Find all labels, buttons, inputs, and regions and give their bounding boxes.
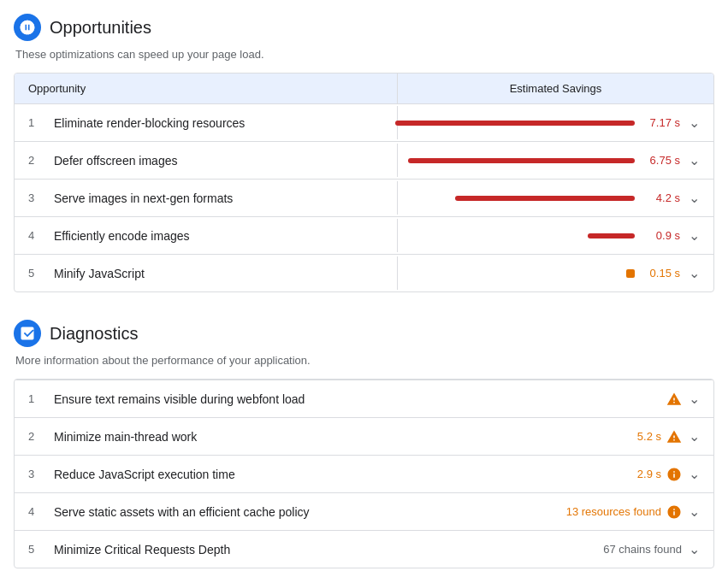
diag-row-3-number: 3 — [28, 468, 40, 480]
opportunities-title: Opportunities — [50, 18, 151, 38]
row-2-label: Defer offscreen images — [54, 154, 177, 168]
row-3-left: 3 Serve images in next-gen formats — [15, 183, 397, 214]
diag-row-4[interactable]: 4 Serve static assets with an efficient … — [15, 492, 713, 530]
row-1-value: 7.17 s — [642, 116, 680, 129]
row-3-chevron[interactable]: ⌄ — [689, 190, 700, 206]
col-estimated-savings: Estimated Savings — [397, 74, 713, 103]
diag-row-2[interactable]: 2 Minimize main-thread work 5.2 s ⌄ — [15, 417, 713, 455]
diag-row-1-right: ⌄ — [577, 382, 713, 415]
opportunities-subtitle: These optimizations can speed up your pa… — [14, 48, 714, 61]
row-5-label: Minify JavaScript — [54, 267, 145, 280]
opportunities-header: Opportunities — [14, 14, 714, 41]
row-5-bar-container — [411, 269, 635, 278]
diag-row-5[interactable]: 5 Minimize Critical Requests Depth 67 ch… — [15, 530, 713, 568]
diagnostics-icon — [14, 320, 41, 347]
row-3-bar — [455, 196, 635, 201]
diag-row-5-chevron[interactable]: ⌄ — [689, 541, 700, 557]
diag-row-3-right: 2.9 s ⌄ — [577, 457, 713, 491]
opportunity-row-4[interactable]: 4 Efficiently encode images 0.9 s ⌄ — [15, 216, 713, 254]
diag-row-1-chevron[interactable]: ⌄ — [689, 391, 700, 407]
row-3-number: 3 — [28, 191, 40, 204]
diag-row-1-number: 1 — [28, 392, 40, 405]
row-2-left: 2 Defer offscreen images — [15, 145, 397, 176]
row-4-label: Efficiently encode images — [54, 229, 190, 243]
row-4-right: 0.9 s ⌄ — [397, 219, 713, 252]
diag-row-3-value: 2.9 s — [637, 468, 661, 480]
diag-row-1-label: Ensure text remains visible during webfo… — [54, 392, 305, 406]
diag-row-4-value: 13 resources found — [566, 505, 661, 518]
diag-row-3[interactable]: 3 Reduce JavaScript execution time 2.9 s… — [15, 455, 713, 492]
opportunities-table: Opportunity Estimated Savings 1 Eliminat… — [14, 73, 714, 292]
diag-row-4-chevron[interactable]: ⌄ — [689, 503, 700, 520]
row-4-chevron[interactable]: ⌄ — [689, 227, 700, 244]
diag-row-2-chevron[interactable]: ⌄ — [689, 428, 700, 445]
diag-row-2-value: 5.2 s — [637, 430, 661, 443]
opportunities-table-header: Opportunity Estimated Savings — [15, 74, 713, 103]
col-opportunity: Opportunity — [15, 74, 397, 103]
diagnostics-table: 1 Ensure text remains visible during web… — [14, 379, 714, 568]
row-4-value: 0.9 s — [642, 229, 680, 242]
row-3-value: 4.2 s — [642, 191, 680, 204]
row-5-chevron[interactable]: ⌄ — [689, 265, 700, 281]
row-2-right: 6.75 s ⌄ — [397, 144, 713, 177]
diag-row-5-label: Minimize Critical Requests Depth — [54, 543, 230, 556]
opportunity-row-2[interactable]: 2 Defer offscreen images 6.75 s ⌄ — [15, 141, 713, 179]
row-1-chevron[interactable]: ⌄ — [689, 115, 700, 131]
diag-row-4-left: 4 Serve static assets with an efficient … — [15, 497, 553, 527]
diag-row-2-number: 2 — [28, 430, 40, 443]
warning-icon-1 — [666, 392, 682, 407]
opportunity-row-3[interactable]: 3 Serve images in next-gen formats 4.2 s… — [15, 179, 713, 216]
diagnostics-subtitle: More information about the performance o… — [14, 354, 714, 367]
opportunities-icon — [14, 14, 41, 41]
diag-row-5-value: 67 chains found — [603, 543, 682, 556]
row-4-bar-container — [411, 233, 635, 238]
row-1-bar — [395, 121, 635, 126]
diag-row-5-right: 67 chains found ⌄ — [577, 533, 713, 566]
info-icon-4 — [666, 504, 682, 520]
diag-row-3-label: Reduce JavaScript execution time — [54, 468, 235, 481]
diag-row-4-number: 4 — [28, 505, 40, 518]
row-5-left: 5 Minify JavaScript — [15, 258, 397, 289]
row-1-right: 7.17 s ⌄ — [397, 106, 713, 139]
row-2-bar-container — [408, 158, 635, 163]
row-2-number: 2 — [28, 154, 40, 167]
row-4-number: 4 — [28, 229, 40, 242]
row-4-left: 4 Efficiently encode images — [15, 221, 397, 251]
diag-row-3-left: 3 Reduce JavaScript execution time — [15, 459, 577, 490]
opportunity-row-1[interactable]: 1 Eliminate render-blocking resources 7.… — [15, 103, 713, 141]
row-1-label: Eliminate render-blocking resources — [54, 116, 245, 130]
row-1-left: 1 Eliminate render-blocking resources — [15, 108, 397, 138]
row-3-right: 4.2 s ⌄ — [397, 181, 713, 215]
row-2-chevron[interactable]: ⌄ — [689, 152, 700, 168]
row-3-bar-container — [411, 196, 635, 201]
diag-row-1-left: 1 Ensure text remains visible during web… — [15, 384, 577, 415]
diag-row-2-label: Minimize main-thread work — [54, 430, 197, 444]
opportunity-row-5[interactable]: 5 Minify JavaScript 0.15 s ⌄ — [15, 254, 713, 291]
row-5-bar — [626, 269, 635, 278]
row-4-bar — [588, 233, 635, 238]
row-1-bar-container — [395, 121, 635, 126]
warning-icon-2 — [666, 429, 682, 445]
diagnostics-header: Diagnostics — [14, 320, 714, 347]
diag-row-5-left: 5 Minimize Critical Requests Depth — [15, 534, 577, 565]
row-2-value: 6.75 s — [642, 154, 680, 167]
diag-row-3-chevron[interactable]: ⌄ — [689, 466, 700, 482]
diag-row-5-number: 5 — [28, 543, 40, 556]
diag-row-1[interactable]: 1 Ensure text remains visible during web… — [15, 380, 713, 417]
diag-row-2-left: 2 Minimize main-thread work — [15, 421, 577, 452]
info-icon-3 — [666, 467, 682, 482]
diag-row-2-right: 5.2 s ⌄ — [577, 420, 713, 453]
diag-row-4-right: 13 resources found ⌄ — [553, 495, 713, 528]
row-5-number: 5 — [28, 267, 40, 280]
row-1-number: 1 — [28, 116, 40, 129]
speedometer-icon — [19, 19, 36, 36]
row-5-right: 0.15 s ⌄ — [397, 256, 713, 290]
row-5-value: 0.15 s — [642, 267, 680, 280]
diagnostics-svg-icon — [19, 325, 36, 342]
diagnostics-title: Diagnostics — [50, 324, 138, 344]
row-2-bar — [408, 158, 635, 163]
diag-row-4-label: Serve static assets with an efficient ca… — [54, 505, 310, 519]
row-3-label: Serve images in next-gen formats — [54, 191, 233, 205]
